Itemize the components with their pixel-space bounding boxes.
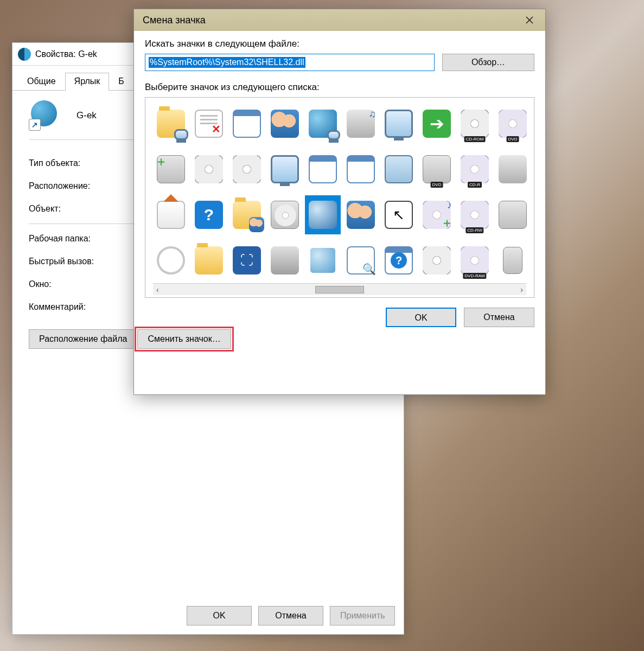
shield-selected-icon[interactable]: [305, 195, 341, 234]
network-globe-icon[interactable]: [305, 104, 341, 143]
icon-path-value: %SystemRoot%\System32\SHELL32.dll: [149, 57, 305, 68]
arrow-right-icon[interactable]: ➔: [419, 104, 455, 143]
search-window-icon[interactable]: [343, 241, 379, 280]
disc-box-icon[interactable]: [267, 195, 303, 234]
folder-icon[interactable]: [191, 241, 227, 280]
cursor-monitor-icon[interactable]: [381, 195, 417, 234]
cdr-disc-icon[interactable]: CD-R: [457, 150, 493, 189]
icon-list: ✕ ♫ ➔ CD-ROM DVD ＋ DVD CD-R: [145, 97, 534, 298]
close-icon: [525, 16, 534, 24]
cdrw-disc-icon[interactable]: CD-RW: [457, 195, 493, 234]
fullscreen-icon[interactable]: [229, 241, 265, 280]
disc-stop-icon[interactable]: [229, 150, 265, 189]
server-stack-icon[interactable]: [495, 195, 531, 234]
house-icon[interactable]: [153, 195, 189, 234]
display-color-icon[interactable]: [267, 150, 303, 189]
mail-window-icon[interactable]: [229, 104, 265, 143]
shortcut-icon: ↗: [29, 100, 59, 131]
disc-burn-icon[interactable]: [191, 150, 227, 189]
power-icon[interactable]: [153, 241, 189, 280]
icon-list-scrollbar[interactable]: ‹ ›: [153, 283, 526, 295]
icon-path-input[interactable]: %SystemRoot%\System32\SHELL32.dll: [145, 54, 435, 71]
browse-button[interactable]: Обзор…: [442, 54, 534, 71]
tab-general[interactable]: Общие: [18, 73, 65, 91]
printer-icon[interactable]: [267, 241, 303, 280]
monitor-chat-icon[interactable]: [381, 104, 417, 143]
change-icon-title: Смена значка: [143, 15, 206, 26]
scroll-right-icon[interactable]: ›: [520, 285, 523, 294]
change-icon-titlebar[interactable]: Смена значка: [134, 9, 545, 31]
dvdram-disc-icon[interactable]: DVD-RAM: [457, 241, 493, 280]
keyboard-icon[interactable]: [381, 150, 417, 189]
add-device-icon[interactable]: ＋: [153, 150, 189, 189]
props-ok-button[interactable]: OK: [187, 606, 252, 626]
gear-window-icon[interactable]: [343, 150, 379, 189]
tab-shortcut[interactable]: Ярлык: [65, 73, 110, 91]
speaker-music-icon[interactable]: ♫: [343, 104, 379, 143]
change-icon-button[interactable]: Сменить значок…: [137, 329, 231, 349]
users-icon[interactable]: [267, 104, 303, 143]
folder-users-icon[interactable]: [229, 195, 265, 234]
cdrom-disc-icon[interactable]: CD-ROM: [457, 104, 493, 143]
select-icon-label: Выберите значок из следующего списка:: [145, 82, 534, 93]
ci-cancel-button[interactable]: Отмена: [464, 308, 534, 327]
disc-music-add-icon[interactable]: ♪＋: [419, 195, 455, 234]
checklist-window-icon[interactable]: [305, 150, 341, 189]
help-shield-icon[interactable]: ?: [381, 241, 417, 280]
ci-ok-button[interactable]: OK: [386, 308, 456, 327]
disc-silver-icon[interactable]: [419, 241, 455, 280]
list-delete-icon[interactable]: ✕: [191, 104, 227, 143]
tab-more[interactable]: Б: [109, 73, 133, 91]
dvd-disc-icon[interactable]: DVD: [495, 104, 531, 143]
shortcut-name: G-ek: [76, 110, 97, 121]
open-location-button[interactable]: Расположение файла: [29, 329, 137, 349]
scroll-thumb[interactable]: [315, 286, 364, 293]
headphones-icon[interactable]: [495, 150, 531, 189]
folder-monitor-icon[interactable]: [153, 104, 189, 143]
search-file-label: Искать значки в следующем файле:: [145, 39, 534, 49]
app-icon: [18, 48, 31, 61]
scroll-left-icon[interactable]: ‹: [156, 285, 159, 294]
help-icon[interactable]: ?: [191, 195, 227, 234]
properties-title: Свойства: G-ek: [35, 49, 97, 59]
properties-footer: OK Отмена Применить: [12, 606, 404, 626]
dvd-drive-icon[interactable]: DVD: [419, 150, 455, 189]
props-apply-button[interactable]: Применить: [330, 606, 395, 626]
tower-pc-icon[interactable]: [495, 241, 531, 280]
close-button[interactable]: [517, 11, 542, 29]
world-clock-icon[interactable]: [305, 241, 341, 280]
props-cancel-button[interactable]: Отмена: [258, 606, 323, 626]
user-group-icon[interactable]: [343, 195, 379, 234]
